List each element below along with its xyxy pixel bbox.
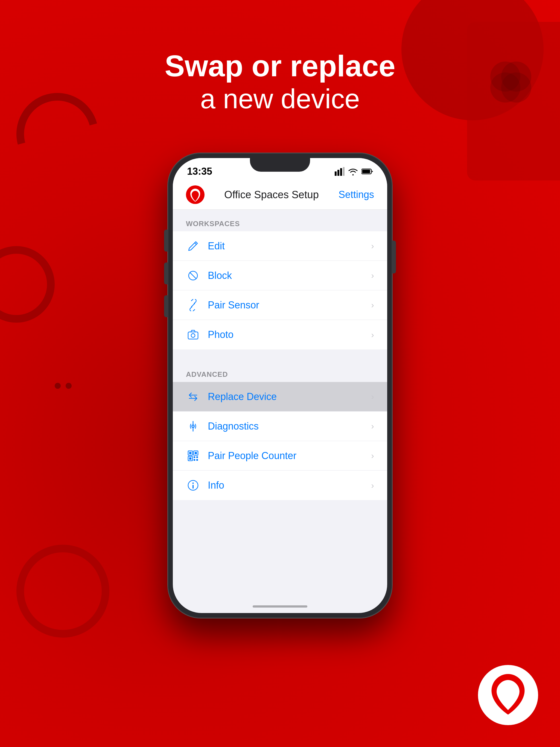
svg-rect-21 — [195, 452, 197, 454]
heading-line2: a new device — [0, 82, 560, 115]
edit-chevron: › — [371, 241, 374, 251]
diagnostics-chevron: › — [371, 421, 374, 431]
svg-rect-26 — [194, 459, 195, 461]
replace-device-label: Replace Device — [208, 391, 371, 403]
svg-rect-25 — [196, 456, 198, 458]
status-time: 13:35 — [187, 166, 212, 177]
vodafone-logo-bottom — [478, 665, 538, 725]
notch — [250, 158, 310, 172]
block-chevron: › — [371, 271, 374, 281]
signal-icon — [335, 167, 345, 176]
pair-sensor-menu-item[interactable]: Pair Sensor › — [173, 290, 387, 320]
svg-point-16 — [191, 334, 195, 337]
camera-icon — [186, 328, 200, 342]
workspaces-section-header: WORKSPACES — [173, 210, 387, 231]
svg-point-29 — [193, 483, 194, 484]
photo-chevron: › — [371, 330, 374, 340]
nav-bar: Office Spaces Setup Settings — [173, 180, 387, 210]
photo-label: Photo — [208, 329, 371, 340]
phone-outer-shell: 13:35 — [168, 153, 392, 618]
content-area: WORKSPACES Edit › — [173, 210, 387, 500]
vodafone-nav-logo — [186, 185, 205, 204]
pair-sensor-chevron: › — [371, 300, 374, 310]
settings-button[interactable]: Settings — [338, 189, 374, 200]
diagnostics-menu-item[interactable]: Diagnostics › — [173, 412, 387, 441]
info-menu-item[interactable]: Info › — [173, 470, 387, 500]
phone-screen: 13:35 — [173, 158, 387, 613]
block-label: Block — [208, 270, 371, 281]
pair-sensor-label: Pair Sensor — [208, 300, 371, 311]
block-menu-item[interactable]: Block › — [173, 261, 387, 290]
photo-menu-item[interactable]: Photo › — [173, 320, 387, 350]
svg-rect-6 — [337, 170, 339, 176]
link-icon — [186, 298, 200, 312]
advanced-list: Replace Device › — [173, 382, 387, 500]
edit-menu-item[interactable]: Edit › — [173, 231, 387, 261]
svg-rect-15 — [188, 332, 198, 339]
svg-rect-19 — [189, 452, 192, 454]
deco-dots — [55, 383, 72, 389]
diagnostics-icon — [186, 419, 200, 433]
svg-rect-30 — [193, 485, 194, 489]
page-heading: Swap or replace a new device — [0, 49, 560, 115]
svg-rect-5 — [335, 172, 337, 176]
heading-line1: Swap or replace — [0, 49, 560, 82]
block-icon — [186, 268, 200, 283]
nav-title: Office Spaces Setup — [224, 189, 319, 201]
svg-rect-23 — [189, 458, 192, 460]
svg-line-14 — [192, 304, 195, 307]
info-label: Info — [208, 480, 371, 491]
svg-rect-10 — [362, 170, 370, 173]
svg-rect-8 — [343, 167, 345, 176]
advanced-section-header: ADVANCED — [173, 360, 387, 382]
replace-device-chevron: › — [371, 391, 374, 402]
svg-rect-7 — [340, 168, 342, 176]
status-icons — [335, 167, 373, 176]
workspaces-list: Edit › Block › — [173, 231, 387, 350]
info-chevron: › — [371, 481, 374, 491]
qr-icon — [186, 449, 200, 463]
home-indicator — [253, 606, 307, 608]
edit-label: Edit — [208, 240, 371, 252]
wifi-icon — [348, 168, 358, 176]
pair-people-counter-menu-item[interactable]: Pair People Counter › — [173, 441, 387, 470]
pencil-icon — [186, 239, 200, 253]
info-icon — [186, 478, 200, 492]
svg-line-13 — [190, 272, 196, 279]
phone-frame: 13:35 — [168, 153, 392, 618]
deco-circle-bottom-left — [17, 545, 109, 638]
pair-people-counter-label: Pair People Counter — [208, 450, 371, 462]
svg-rect-24 — [194, 456, 195, 458]
replace-device-menu-item[interactable]: Replace Device › — [173, 382, 387, 412]
battery-icon — [361, 168, 373, 175]
svg-rect-27 — [196, 459, 198, 461]
swap-icon — [186, 390, 200, 404]
diagnostics-label: Diagnostics — [208, 420, 371, 432]
pair-people-counter-chevron: › — [371, 450, 374, 461]
